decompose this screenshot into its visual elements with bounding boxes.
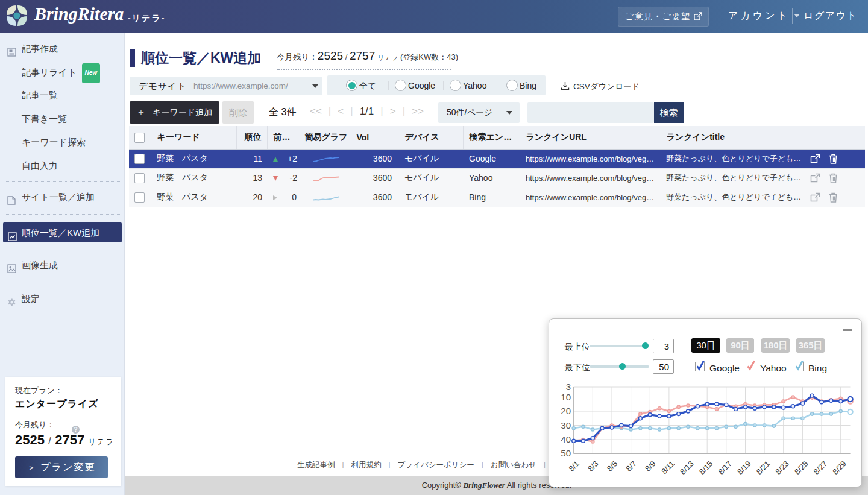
svg-text:8/19: 8/19 bbox=[735, 459, 753, 477]
svg-text:20: 20 bbox=[561, 406, 571, 416]
svg-text:50: 50 bbox=[561, 448, 571, 458]
svg-text:8/3: 8/3 bbox=[586, 459, 600, 473]
svg-text:3: 3 bbox=[566, 382, 571, 392]
svg-text:8/15: 8/15 bbox=[697, 459, 715, 477]
svg-text:8/29: 8/29 bbox=[831, 459, 848, 477]
svg-text:8/27: 8/27 bbox=[812, 459, 829, 477]
svg-text:8/21: 8/21 bbox=[755, 459, 772, 477]
svg-text:8/9: 8/9 bbox=[643, 459, 657, 473]
svg-text:8/17: 8/17 bbox=[716, 459, 734, 477]
svg-text:8/5: 8/5 bbox=[605, 459, 619, 473]
svg-text:8/7: 8/7 bbox=[624, 459, 638, 473]
svg-text:40: 40 bbox=[561, 434, 571, 444]
svg-text:8/13: 8/13 bbox=[678, 459, 696, 477]
svg-text:8/23: 8/23 bbox=[773, 459, 791, 477]
svg-text:8/25: 8/25 bbox=[793, 459, 810, 477]
svg-text:30: 30 bbox=[561, 420, 571, 430]
svg-text:8/1: 8/1 bbox=[567, 459, 580, 473]
svg-text:8/11: 8/11 bbox=[659, 459, 676, 476]
svg-text:10: 10 bbox=[561, 392, 571, 402]
